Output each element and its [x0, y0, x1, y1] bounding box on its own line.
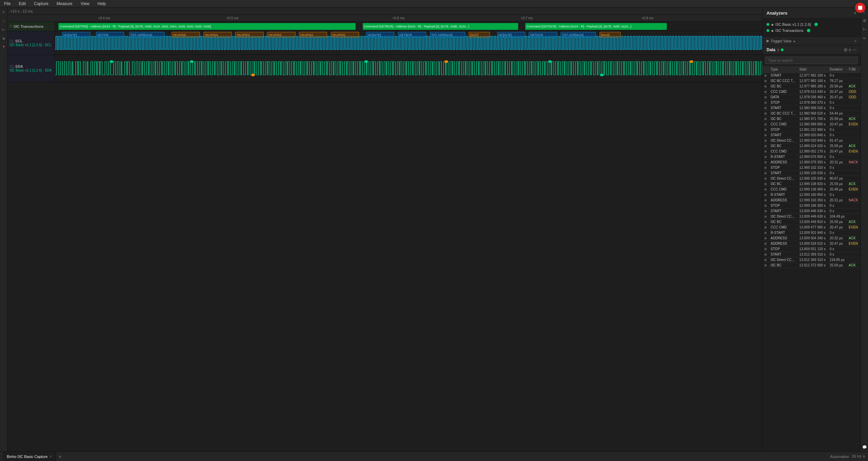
table-row[interactable]: R-START 13.009 501 840 s 0 s — [762, 230, 861, 236]
menu-file[interactable]: File — [3, 1, 12, 7]
table-row[interactable]: STOP 12.981 022 960 s 0 s — [762, 127, 861, 133]
table-row[interactable]: CCC CMD 12.978 013 430 s 20.47 μs ODD — [762, 89, 861, 95]
measure-icon[interactable]: ⊢ — [1, 26, 7, 33]
edge-measure-icon[interactable]: ⊢ — [862, 26, 868, 33]
table-row[interactable]: I3C BC CCC T... 12.977 982 100 s 78.27 μ… — [762, 78, 861, 84]
bottom-right-status: Automation 26 Hz ∧ — [830, 454, 865, 459]
table-row[interactable]: START 12.980 968 520 s 0 s — [762, 105, 861, 111]
menu-help[interactable]: Help — [96, 1, 107, 7]
col-start[interactable]: Start — [797, 66, 828, 73]
data-table-container[interactable]: Type Start Duration T-Bit W/R D START 12… — [762, 66, 861, 452]
table-row[interactable]: CCC CMD 13.009 477 960 s 20.47 μs EVEN — [762, 225, 861, 230]
triangle-icon: ▶ — [767, 39, 769, 43]
table-row[interactable]: I3C BC 12.977 985 280 s 25.59 μs ACK W — [762, 84, 861, 89]
table-row[interactable]: R-START 12.989 076 850 s 0 s — [762, 154, 861, 160]
table-row[interactable]: I3C Direct CC... 12.999 105 630 s 80.67 … — [762, 176, 861, 181]
col-wr[interactable]: W/R — [860, 66, 861, 73]
track-content-scl[interactable]: I3C[0x7E] GETPID TOT ADR[0x24] I3CxPID5 … — [55, 31, 762, 55]
col-duration[interactable]: Duration — [828, 66, 847, 73]
edge-pencil-icon[interactable]: ✏ — [862, 35, 868, 41]
table-row[interactable]: ADDRESS 12.999 163 350 s 20.31 μs NACK W — [762, 198, 861, 203]
table-row[interactable]: I3C BC 12.989 024 020 s 25.59 μs ACK W — [762, 143, 861, 149]
scl-annot-7: I3CxPID1 — [299, 32, 327, 37]
scl-annot-11: TOT ADR[0x24] — [430, 32, 465, 37]
table-row[interactable]: I3C BC 12.999 108 820 s 25.59 μs ACK W — [762, 181, 861, 187]
table-row[interactable]: DATA 12.978 036 460 s 20.47 μs ODD — [762, 95, 861, 100]
table-row[interactable]: I3C BC 13.012 372 000 s 25.59 μs ACK W — [762, 263, 861, 268]
table-row[interactable]: START 12.977 982 100 s 0 s — [762, 73, 861, 78]
table-row[interactable]: STOP 12.999 186 300 s 0 s — [762, 203, 861, 208]
analyzer-dot-0 — [767, 23, 769, 26]
table-row[interactable]: I3C BC CCC T... 12.980 968 520 s 54.44 μ… — [762, 111, 861, 116]
table-row[interactable]: STOP 12.989 102 310 s 0 s — [762, 165, 861, 171]
table-row[interactable]: R-START 12.999 160 850 s 0 s — [762, 192, 861, 198]
col-indicator — [762, 66, 769, 73]
transaction-block-2[interactable]: Command [GETDCR] - Address [0x24 - R] - … — [525, 23, 667, 30]
trigger-close-button[interactable]: × — [854, 39, 856, 43]
table-row[interactable]: ADDRESS 13.009 504 340 s 20.32 μs ACK W — [762, 236, 861, 241]
top-toolbar: +13 s : 12 ms — [7, 7, 762, 15]
track-sub-sda: I3C Basic v1.1 [1.2.6] - SDA — [10, 68, 53, 72]
analyzer-status-1 — [807, 29, 810, 32]
edge-settings-icon[interactable]: ⚙ — [862, 18, 868, 24]
table-row[interactable]: I3C BC 12.980 971 700 s 25.59 μs ACK W — [762, 116, 861, 122]
transaction-text-2: Command [GETDCR] - Address [0x24 - R] - … — [527, 25, 631, 28]
table-row[interactable]: START 12.999 105 630 s 0 s — [762, 171, 861, 176]
tab-close-button[interactable]: × — [50, 455, 52, 458]
zoom-icon[interactable]: ⌕ — [1, 18, 7, 24]
table-row[interactable]: ADDRESS 13.009 528 010 s 20.47 μs EVEN W — [762, 241, 861, 246]
svg-point-7 — [690, 60, 693, 63]
search-input[interactable] — [765, 57, 858, 64]
track-title-scl: SCL — [15, 39, 23, 43]
table-row[interactable]: START 12.989 020 840 s 0 s — [762, 133, 861, 138]
menu-view[interactable]: View — [79, 1, 91, 7]
record-button[interactable] — [855, 3, 865, 13]
scl-annot-16: [0xA0] — [600, 32, 621, 37]
table-row[interactable]: ADDRESS 12.989 079 350 s 20.31 μs NACK W — [762, 160, 861, 165]
pointer-icon[interactable]: ↖ — [1, 9, 7, 15]
ruler-mark-3: +0.6 ms — [392, 16, 404, 20]
table-row[interactable]: I3C Direct CC... 12.989 020 840 s 81.47 … — [762, 138, 861, 143]
col-tbit[interactable]: T-Bit — [847, 66, 860, 73]
analyzers-list: ■ I3C Basic v1.1 [1.2.6] ■ I3C Transacti… — [762, 19, 861, 37]
menu-measure[interactable]: Measure — [55, 1, 74, 7]
transaction-block-1[interactable]: Command [GETBCR] - Address [0x24 - R] - … — [363, 23, 518, 30]
ruler-mark-5: +0.8 ms — [641, 16, 654, 20]
table-row[interactable]: CCC CMD 12.989 052 170 s 20.47 μs EVEN — [762, 149, 861, 154]
tab-label: Binho I3C Basic Capture — [7, 455, 48, 459]
scl-annot-0: I3C[0x7E] — [62, 32, 90, 37]
track-row-i3c-transactions: I3 I3C Transactions Command [GETPID] - A… — [7, 22, 762, 31]
trigger-view[interactable]: ▶ Trigger View ▲ × — [762, 37, 861, 45]
add-tab-button[interactable]: + — [56, 454, 64, 459]
analyzer-item-1[interactable]: ■ I3C Transactions — [767, 27, 856, 34]
up-arrow-icon: ▲ — [793, 39, 796, 43]
analyzer-item-0[interactable]: ■ I3C Basic v1.1 [1.2.6] — [767, 21, 856, 27]
tab-main[interactable]: Binho I3C Basic Capture × — [3, 452, 56, 461]
pin-icon[interactable]: 📍 — [1, 44, 7, 50]
table-row[interactable]: STOP 12.978 060 370 s 0 s — [762, 100, 861, 105]
table-row[interactable]: I3C BC 13.009 449 810 s 25.59 μs ACK W — [762, 219, 861, 225]
table-view-icon[interactable]: ⊞ — [844, 47, 847, 52]
table-row[interactable]: STOP 13.009 551 120 s 0 s — [762, 246, 861, 252]
transaction-block-0[interactable]: Command [GETPID] - Address [0x24 - R] - … — [58, 23, 355, 30]
table-row[interactable]: I3C Direct CC... 13.009 446 630 s 104.49… — [762, 214, 861, 219]
table-row[interactable]: CCC CMD 12.980 999 850 s 20.47 μs EVEN — [762, 122, 861, 127]
list-view-icon[interactable]: ≡ — [849, 47, 851, 52]
edge-chat-icon[interactable]: 💬 — [862, 444, 868, 450]
col-type[interactable]: Type — [769, 66, 797, 73]
track-content-i3c[interactable]: Command [GETPID] - Address [0x24 - R] - … — [55, 22, 762, 31]
ruler-mark-4: +0.7 ms — [521, 16, 533, 20]
table-row[interactable]: I3C Direct CC... 13.012 369 310 s 218.85… — [762, 257, 861, 263]
table-row[interactable]: CCC CMD 12.999 136 960 s 20.48 μs EVEN — [762, 187, 861, 192]
timeline-ruler[interactable]: +0.4 ms +0.5 ms +0.6 ms +0.7 ms +0.8 ms — [7, 15, 762, 22]
menu-bar: File Edit Capture Measure View Help — [0, 0, 868, 7]
ruler-mark-2: +0.5 ms — [226, 16, 239, 20]
menu-edit[interactable]: Edit — [17, 1, 27, 7]
crosshair-icon[interactable]: ⊕ — [1, 35, 7, 41]
table-row[interactable]: START 13.009 446 630 s 0 s — [762, 208, 861, 214]
menu-capture[interactable]: Capture — [33, 1, 50, 7]
track-content-sda[interactable] — [55, 55, 762, 82]
more-options-icon[interactable]: ⋯ — [852, 47, 856, 52]
table-row[interactable]: START 13.012 369 310 s 0 s — [762, 252, 861, 257]
data-table-header: Type Start Duration T-Bit W/R D — [762, 66, 861, 73]
